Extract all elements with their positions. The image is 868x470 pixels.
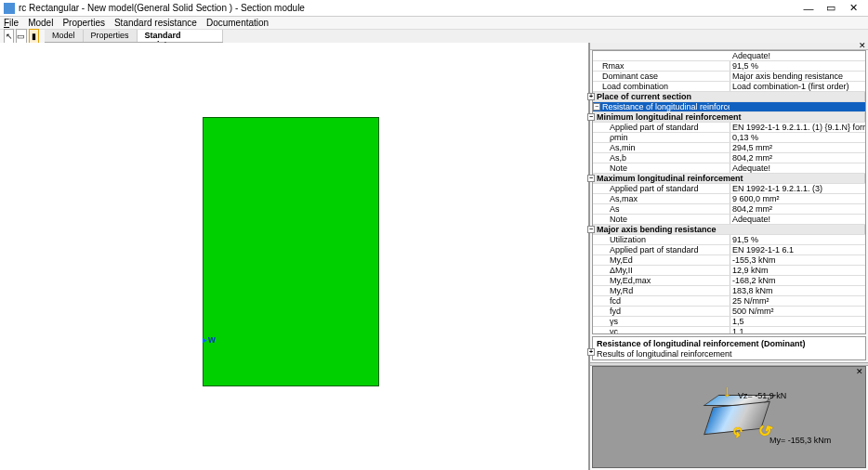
viewport[interactable]: w [0,43,589,470]
header-maxlr[interactable]: −Maximum longitudinal reinforcement [593,174,865,184]
domcase-k: Dominant case [593,72,730,81]
tab-properties[interactable]: Properties [84,30,138,42]
menu-model[interactable]: Model [28,18,53,28]
results-grid[interactable]: Adequate! Rmax91,5 % Dominant caseMajor … [592,50,866,334]
description-title: Resistance of longitudinal reinforcement… [597,339,861,349]
expand-icon[interactable]: − [593,103,600,111]
minimize-button[interactable]: — [797,2,820,15]
tab-standard-resistance[interactable]: Standard resistance [138,30,223,42]
properties-panel: ✕ Adequate! Rmax91,5 % Dominant caseMajo… [589,43,868,470]
header-minlr[interactable]: −Minimum longitudinal reinforcement [593,112,865,123]
preview-close-icon[interactable]: ✕ [856,367,863,376]
moment-label-my: My= -155,3 kNm [769,436,831,445]
tool-cursor-icon[interactable]: ↖ [4,29,14,44]
header-mabr[interactable]: −Major axis bending resistance [593,225,865,235]
workspace: w ✕ Adequate! Rmax91,5 % Dominant caseMa… [0,43,868,470]
force-arrow-vz-icon: ↓ [723,382,731,401]
app-icon [4,3,15,14]
title-bar: rc Rectangular - New model(General Solid… [0,0,868,17]
expand-icon[interactable]: − [593,113,595,121]
axis-label-w: w [203,334,216,345]
menu-standard-resistance[interactable]: Standard resistance [114,18,197,28]
expand-icon[interactable]: − [593,175,595,182]
collapse-icon[interactable]: + [593,93,595,100]
close-button[interactable]: ✕ [842,1,864,15]
force-label-vz: Vz= -51,9 kN [738,391,786,400]
menu-bar: File Model Properties Standard resistanc… [0,17,868,30]
window-title: rc Rectangular - New model(General Solid… [19,3,797,13]
panel-header: ✕ [590,43,868,50]
header-place[interactable]: +Place of current section [593,92,865,102]
domcase-v: Major axis bending resistance [730,72,865,81]
panel-close-icon[interactable]: ✕ [859,41,866,50]
maximize-button[interactable]: ▭ [820,1,842,15]
rmax-k: Rmax [593,61,730,71]
adequate-top: Adequate! [730,51,865,60]
main-toolbar: ↖ ▭ ▮ [0,30,45,43]
preview-3d[interactable]: ✕ ↓ Vz= -51,9 kN ↺ ↺ My= -155,3 kNm [592,366,866,468]
description-box: Resistance of longitudinal reinforcement… [592,336,866,360]
tab-model[interactable]: Model [45,30,84,42]
tool-selected-icon[interactable]: ▮ [29,29,39,44]
loadcomb-v: Load combination-1 (first order) [730,82,865,91]
view-tabs: Model Properties Standard resistance [45,30,223,43]
menu-file[interactable]: File [4,18,19,28]
menu-properties[interactable]: Properties [62,18,105,28]
tool-page-icon[interactable]: ▭ [16,29,26,44]
section-shape[interactable] [203,117,379,386]
row-rlr[interactable]: −Resistance of longitudinal reinforcemen… [593,102,865,112]
expand-icon[interactable]: − [593,226,595,233]
menu-documentation[interactable]: Documentation [206,18,269,28]
description-body: Results of longitudinal reinforcement [597,349,861,359]
loadcomb-k: Load combination [593,82,730,91]
rmax-v: 91,5 % [730,61,865,71]
